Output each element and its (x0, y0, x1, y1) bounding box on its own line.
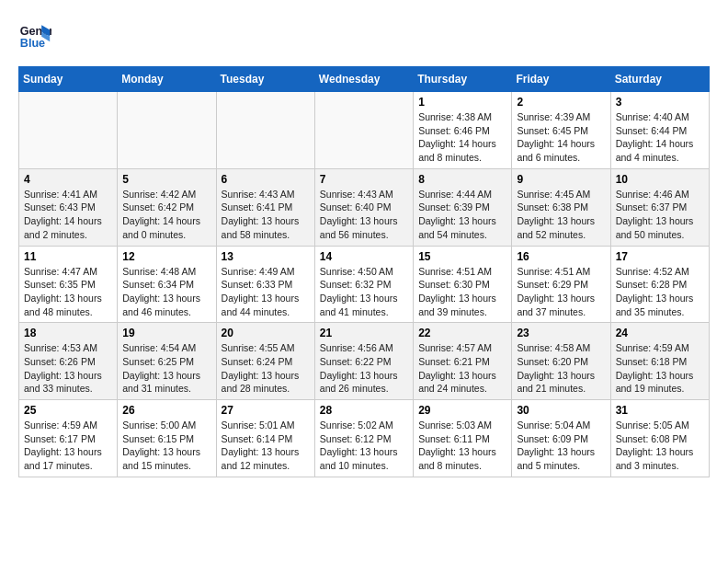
calendar-cell: 2Sunrise: 4:39 AMSunset: 6:45 PMDaylight… (512, 92, 610, 169)
day-info: Sunrise: 4:39 AMSunset: 6:45 PMDaylight:… (517, 110, 605, 165)
calendar-cell: 21Sunrise: 4:56 AMSunset: 6:22 PMDayligh… (314, 323, 413, 400)
day-number: 15 (418, 250, 506, 263)
weekday-header: Tuesday (216, 67, 314, 92)
day-info: Sunrise: 4:55 AMSunset: 6:24 PMDaylight:… (222, 341, 310, 396)
day-number: 18 (24, 327, 112, 339)
weekday-header: Friday (512, 67, 610, 92)
day-info: Sunrise: 4:41 AMSunset: 6:43 PMDaylight:… (24, 188, 112, 242)
calendar-cell: 18Sunrise: 4:53 AMSunset: 6:26 PMDayligh… (19, 323, 118, 400)
day-info: Sunrise: 4:49 AMSunset: 6:33 PMDaylight:… (222, 265, 310, 319)
day-number: 30 (517, 404, 605, 417)
calendar-cell: 1Sunrise: 4:38 AMSunset: 6:46 PMDaylight… (414, 92, 512, 169)
day-info: Sunrise: 4:58 AMSunset: 6:20 PMDaylight:… (517, 341, 605, 396)
day-number: 23 (517, 327, 605, 339)
day-info: Sunrise: 4:52 AMSunset: 6:28 PMDaylight:… (616, 265, 704, 319)
calendar-cell (216, 92, 314, 169)
day-info: Sunrise: 4:46 AMSunset: 6:37 PMDaylight:… (616, 188, 704, 242)
day-number: 11 (24, 250, 112, 263)
weekday-header: Monday (118, 67, 216, 92)
calendar-cell: 20Sunrise: 4:55 AMSunset: 6:24 PMDayligh… (216, 323, 314, 400)
day-info: Sunrise: 4:56 AMSunset: 6:22 PMDaylight:… (320, 341, 408, 396)
day-info: Sunrise: 5:02 AMSunset: 6:12 PMDaylight:… (320, 419, 408, 473)
calendar-week-row: 25Sunrise: 4:59 AMSunset: 6:17 PMDayligh… (19, 400, 710, 477)
calendar-cell: 26Sunrise: 5:00 AMSunset: 6:15 PMDayligh… (118, 400, 216, 477)
calendar-cell: 15Sunrise: 4:51 AMSunset: 6:30 PMDayligh… (414, 246, 512, 323)
day-number: 13 (222, 250, 310, 263)
day-info: Sunrise: 4:50 AMSunset: 6:32 PMDaylight:… (320, 265, 408, 319)
day-info: Sunrise: 4:53 AMSunset: 6:26 PMDaylight:… (24, 341, 112, 396)
day-number: 19 (122, 327, 210, 339)
logo: General Blue (18, 18, 55, 52)
calendar-cell: 13Sunrise: 4:49 AMSunset: 6:33 PMDayligh… (216, 246, 314, 323)
day-number: 17 (616, 250, 704, 263)
day-info: Sunrise: 4:57 AMSunset: 6:21 PMDaylight:… (418, 341, 506, 396)
calendar-week-row: 4Sunrise: 4:41 AMSunset: 6:43 PMDaylight… (19, 168, 710, 246)
weekday-header: Saturday (610, 67, 709, 92)
calendar-cell: 24Sunrise: 4:59 AMSunset: 6:18 PMDayligh… (610, 323, 709, 400)
day-number: 22 (418, 327, 506, 339)
calendar-cell: 22Sunrise: 4:57 AMSunset: 6:21 PMDayligh… (414, 323, 512, 400)
day-number: 9 (517, 173, 605, 186)
day-info: Sunrise: 4:59 AMSunset: 6:17 PMDaylight:… (24, 419, 112, 473)
calendar-cell: 6Sunrise: 4:43 AMSunset: 6:41 PMDaylight… (216, 168, 314, 246)
day-info: Sunrise: 4:54 AMSunset: 6:25 PMDaylight:… (122, 341, 210, 396)
calendar-cell: 4Sunrise: 4:41 AMSunset: 6:43 PMDaylight… (19, 168, 118, 246)
day-number: 4 (24, 173, 112, 186)
day-info: Sunrise: 4:42 AMSunset: 6:42 PMDaylight:… (122, 188, 210, 242)
day-info: Sunrise: 4:40 AMSunset: 6:44 PMDaylight:… (616, 110, 704, 165)
day-info: Sunrise: 4:48 AMSunset: 6:34 PMDaylight:… (122, 265, 210, 319)
calendar-cell: 25Sunrise: 4:59 AMSunset: 6:17 PMDayligh… (19, 400, 118, 477)
day-number: 7 (320, 173, 408, 186)
day-number: 26 (122, 404, 210, 417)
calendar-table: SundayMondayTuesdayWednesdayThursdayFrid… (18, 66, 710, 477)
calendar-cell: 11Sunrise: 4:47 AMSunset: 6:35 PMDayligh… (19, 246, 118, 323)
day-number: 27 (222, 404, 310, 417)
calendar-cell (118, 92, 216, 169)
day-number: 5 (122, 173, 210, 186)
day-number: 10 (616, 173, 704, 186)
calendar-cell: 17Sunrise: 4:52 AMSunset: 6:28 PMDayligh… (610, 246, 709, 323)
day-number: 2 (517, 96, 605, 109)
day-info: Sunrise: 5:00 AMSunset: 6:15 PMDaylight:… (122, 419, 210, 473)
calendar-week-row: 1Sunrise: 4:38 AMSunset: 6:46 PMDaylight… (19, 92, 710, 169)
svg-text:Blue: Blue (20, 37, 45, 50)
calendar-cell: 5Sunrise: 4:42 AMSunset: 6:42 PMDaylight… (118, 168, 216, 246)
day-number: 20 (222, 327, 310, 339)
day-number: 16 (517, 250, 605, 263)
calendar-cell: 23Sunrise: 4:58 AMSunset: 6:20 PMDayligh… (512, 323, 610, 400)
calendar-week-row: 18Sunrise: 4:53 AMSunset: 6:26 PMDayligh… (19, 323, 710, 400)
day-number: 14 (320, 250, 408, 263)
logo-icon: General Blue (18, 18, 51, 52)
weekday-header: Wednesday (314, 67, 413, 92)
day-info: Sunrise: 5:05 AMSunset: 6:08 PMDaylight:… (616, 419, 704, 473)
calendar-cell: 30Sunrise: 5:04 AMSunset: 6:09 PMDayligh… (512, 400, 610, 477)
day-number: 28 (320, 404, 408, 417)
calendar-cell (19, 92, 118, 169)
calendar-cell: 8Sunrise: 4:44 AMSunset: 6:39 PMDaylight… (414, 168, 512, 246)
calendar-cell: 28Sunrise: 5:02 AMSunset: 6:12 PMDayligh… (314, 400, 413, 477)
calendar-cell: 7Sunrise: 4:43 AMSunset: 6:40 PMDaylight… (314, 168, 413, 246)
weekday-header: Sunday (19, 67, 118, 92)
page-header: General Blue (18, 18, 710, 52)
day-number: 25 (24, 404, 112, 417)
day-number: 12 (122, 250, 210, 263)
day-number: 31 (616, 404, 704, 417)
day-number: 6 (222, 173, 310, 186)
calendar-cell: 16Sunrise: 4:51 AMSunset: 6:29 PMDayligh… (512, 246, 610, 323)
day-info: Sunrise: 4:51 AMSunset: 6:30 PMDaylight:… (418, 265, 506, 319)
day-info: Sunrise: 4:51 AMSunset: 6:29 PMDaylight:… (517, 265, 605, 319)
calendar-cell: 12Sunrise: 4:48 AMSunset: 6:34 PMDayligh… (118, 246, 216, 323)
calendar-cell: 14Sunrise: 4:50 AMSunset: 6:32 PMDayligh… (314, 246, 413, 323)
day-number: 3 (616, 96, 704, 109)
day-number: 21 (320, 327, 408, 339)
calendar-cell: 31Sunrise: 5:05 AMSunset: 6:08 PMDayligh… (610, 400, 709, 477)
day-info: Sunrise: 4:59 AMSunset: 6:18 PMDaylight:… (616, 341, 704, 396)
day-number: 8 (418, 173, 506, 186)
calendar-cell: 10Sunrise: 4:46 AMSunset: 6:37 PMDayligh… (610, 168, 709, 246)
day-info: Sunrise: 4:38 AMSunset: 6:46 PMDaylight:… (418, 110, 506, 165)
day-info: Sunrise: 5:04 AMSunset: 6:09 PMDaylight:… (517, 419, 605, 473)
calendar-week-row: 11Sunrise: 4:47 AMSunset: 6:35 PMDayligh… (19, 246, 710, 323)
calendar-cell: 19Sunrise: 4:54 AMSunset: 6:25 PMDayligh… (118, 323, 216, 400)
day-info: Sunrise: 4:43 AMSunset: 6:40 PMDaylight:… (320, 188, 408, 242)
calendar-cell: 9Sunrise: 4:45 AMSunset: 6:38 PMDaylight… (512, 168, 610, 246)
